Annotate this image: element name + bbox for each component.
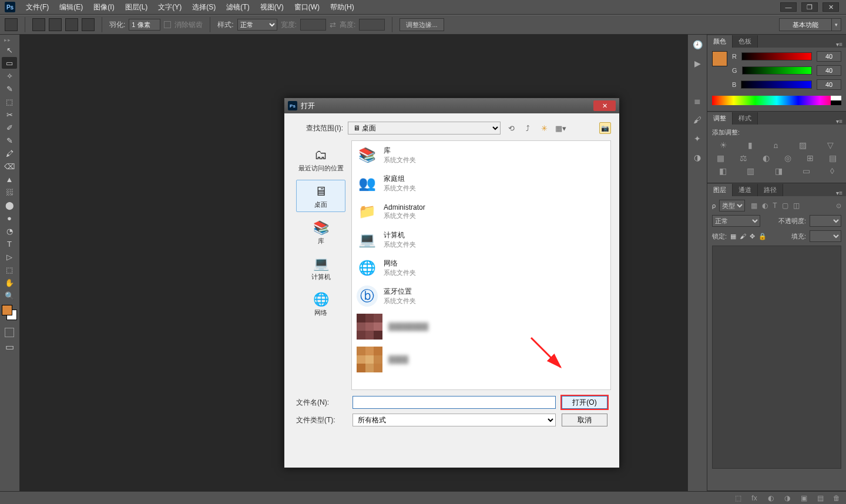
place-network[interactable]: 🌐网络	[296, 288, 345, 320]
clone-src-icon[interactable]: ◑	[691, 152, 704, 163]
marquee-tool-preset[interactable]	[5, 18, 18, 31]
filter-shape-icon[interactable]: ▢	[782, 201, 788, 210]
selection-subtract-icon[interactable]	[65, 18, 78, 31]
photo-filter-icon[interactable]: ◎	[784, 153, 791, 163]
trash-icon[interactable]: 🗑	[830, 493, 844, 503]
hand-tool[interactable]: ✋	[2, 277, 17, 288]
file-list[interactable]: 📚库系统文件夹 👥家庭组系统文件夹 📁Administrator系统文件夹 💻计…	[351, 140, 611, 390]
refine-edge-button[interactable]: 调整边缘...	[400, 18, 444, 31]
hue-icon[interactable]: ▦	[717, 153, 724, 163]
adj-layer-icon[interactable]: ◑	[780, 493, 794, 503]
zoom-tool[interactable]: 🔍	[2, 290, 17, 301]
tab-layers[interactable]: 图层	[707, 184, 733, 196]
menu-view[interactable]: 视图(V)	[256, 1, 288, 14]
quick-mask-button[interactable]	[2, 326, 17, 339]
exposure-icon[interactable]: ▨	[799, 140, 807, 150]
link-layers-icon[interactable]: ⬚	[731, 493, 745, 503]
lock-all-icon[interactable]: 🔒	[758, 233, 767, 240]
brightness-icon[interactable]: ☀	[720, 140, 727, 150]
tab-paths[interactable]: 路径	[758, 184, 783, 196]
bw-ramp[interactable]	[831, 96, 841, 105]
back-icon[interactable]: ⟲	[505, 122, 517, 134]
brushes-icon[interactable]: 🖌	[691, 115, 704, 125]
menu-file[interactable]: 文件(F)	[21, 1, 53, 14]
gradmap-icon[interactable]: ▭	[803, 166, 810, 176]
menu-type[interactable]: 文字(Y)	[153, 1, 186, 14]
selection-new-icon[interactable]	[32, 18, 45, 31]
brush-presets-icon[interactable]: ✦	[691, 133, 704, 144]
gradient-tool[interactable]: ⛆	[2, 186, 17, 198]
place-libraries[interactable]: 📚库	[296, 217, 345, 248]
bridge-icon[interactable]: 📷	[599, 122, 611, 134]
threshold-icon[interactable]: ◨	[775, 166, 783, 176]
panel-menu-icon[interactable]: ▾≡	[832, 190, 846, 196]
tab-styles[interactable]: 样式	[733, 112, 758, 125]
up-icon[interactable]: ⤴	[522, 122, 533, 134]
stamp-tool[interactable]: 🖍	[2, 147, 17, 159]
bw-icon[interactable]: ◐	[763, 153, 770, 163]
selcolor-icon[interactable]: ◊	[830, 166, 834, 176]
properties-icon[interactable]: ≣	[691, 96, 704, 106]
history-brush-tool[interactable]: ⌫	[2, 160, 17, 172]
place-recent[interactable]: 🗂最近访问的位置	[296, 144, 345, 175]
pen-tool[interactable]: ◔	[2, 225, 17, 237]
window-minimize-button[interactable]: —	[780, 2, 797, 12]
filter-adjust-icon[interactable]: ◐	[762, 201, 768, 210]
workspace-switcher[interactable]: 基本功能	[779, 18, 832, 31]
selection-add-icon[interactable]	[49, 18, 62, 31]
b-slider[interactable]	[741, 80, 812, 89]
place-desktop[interactable]: 🖥桌面	[296, 180, 345, 212]
g-value[interactable]: 40	[817, 65, 841, 76]
g-slider[interactable]	[742, 66, 812, 75]
menu-help[interactable]: 帮助(H)	[325, 1, 359, 14]
fill-select[interactable]	[810, 230, 841, 242]
fx-icon[interactable]: fx	[747, 493, 761, 503]
posterize-icon[interactable]: ▥	[747, 166, 754, 176]
r-slider[interactable]	[741, 52, 812, 61]
opacity-select[interactable]	[810, 215, 841, 227]
levels-icon[interactable]: ▮	[748, 140, 753, 150]
filter-pixel-icon[interactable]: ▦	[751, 201, 757, 210]
color-swatch-pair[interactable]	[2, 305, 17, 320]
selection-intersect-icon[interactable]	[82, 18, 95, 31]
crop-tool[interactable]: ⬚	[2, 96, 17, 107]
style-select[interactable]: 正常	[237, 19, 277, 31]
color-preview-swatch[interactable]	[712, 51, 727, 66]
new-layer-icon[interactable]: ▤	[813, 493, 827, 503]
new-folder-icon[interactable]: ✳	[538, 122, 550, 134]
cancel-button[interactable]: 取消	[562, 414, 607, 426]
path-select-tool[interactable]: ▷	[2, 251, 17, 263]
tab-swatches[interactable]: 色板	[733, 35, 758, 48]
tab-color[interactable]: 颜色	[707, 35, 733, 48]
blend-mode-select[interactable]: 正常	[712, 215, 760, 227]
menu-edit[interactable]: 编辑(E)	[55, 1, 88, 14]
mask-icon[interactable]: ◐	[764, 493, 778, 503]
group-icon[interactable]: ▣	[797, 493, 811, 503]
tab-adjustments[interactable]: 调整	[707, 112, 733, 125]
window-close-button[interactable]: ✕	[822, 2, 839, 12]
view-menu-icon[interactable]: ▦▾	[555, 122, 566, 134]
filter-smart-icon[interactable]: ◫	[793, 201, 800, 210]
dodge-tool[interactable]: ●	[2, 212, 17, 224]
foreground-swatch[interactable]	[2, 305, 12, 315]
tab-channels[interactable]: 通道	[733, 184, 758, 196]
lock-transparent-icon[interactable]: ▦	[730, 233, 736, 240]
r-value[interactable]: 40	[817, 51, 841, 62]
history-icon[interactable]: 🕘	[691, 39, 704, 50]
filter-type-icon[interactable]: T	[773, 201, 777, 210]
look-in-select[interactable]: 🖥 桌面	[348, 122, 501, 135]
antialias-checkbox[interactable]	[164, 21, 171, 28]
menu-window[interactable]: 窗口(W)	[290, 1, 324, 14]
panel-menu-icon[interactable]: ▾≡	[832, 41, 846, 48]
window-maximize-button[interactable]: ❐	[801, 2, 818, 12]
lasso-tool[interactable]: ✧	[2, 70, 17, 82]
marquee-tool[interactable]: ▭	[2, 57, 17, 69]
shape-tool[interactable]: ⬚	[2, 264, 17, 275]
actions-icon[interactable]: ▶	[691, 58, 704, 69]
eraser-tool[interactable]: ▲	[2, 173, 17, 185]
eyedropper-tool[interactable]: ✂	[2, 109, 17, 120]
mixer-icon[interactable]: ⊞	[807, 153, 814, 163]
invert-icon[interactable]: ◧	[719, 166, 727, 176]
panel-menu-icon[interactable]: ▾≡	[832, 118, 846, 125]
lock-image-icon[interactable]: 🖌	[740, 233, 746, 240]
